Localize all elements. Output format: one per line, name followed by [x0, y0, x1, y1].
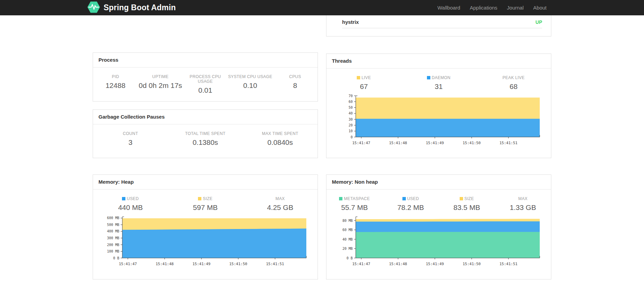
svg-text:40 MB: 40 MB [342, 238, 353, 241]
gc-card-header: Garbage Collection Pauses [93, 110, 318, 124]
gc-stats: COUNT 3 TOTAL TIME SPENT 0.1380s MAX TIM… [93, 124, 318, 147]
svg-text:15:41:49: 15:41:49 [193, 262, 211, 266]
stat-process-cpu-usage: PROCESS CPU USAGE 0.01 [183, 74, 228, 94]
process-stats: PID 12488 UPTIME 0d 0h 2m 17s PROCESS CP… [93, 67, 318, 94]
threads-stats: LIVE 67 DAEMON 31 PEAK LIVE 68 [326, 69, 551, 91]
stat-uptime: UPTIME 0d 0h 2m 17s [138, 74, 183, 94]
heap-chart: 0 B100 MB200 MB300 MB400 MB500 MB600 MB1… [101, 215, 311, 267]
threads-card-header: Threads [326, 54, 551, 69]
svg-text:60: 60 [349, 100, 353, 104]
nav-links: Wallboard Applications Journal About [433, 0, 551, 15]
svg-text:80 MB: 80 MB [342, 219, 353, 223]
svg-text:15:41:49: 15:41:49 [426, 141, 444, 145]
svg-text:0: 0 [351, 135, 353, 139]
heap-stats: USED 440 MB SIZE 597 MB MAX 4.25 GB [93, 189, 318, 212]
svg-text:15:41:50: 15:41:50 [463, 262, 481, 266]
nonheap-used-legend-swatch [402, 197, 406, 200]
threads-daemon-legend-swatch [427, 76, 430, 79]
svg-text:40: 40 [349, 111, 353, 115]
svg-text:200 MB: 200 MB [107, 243, 119, 247]
left-column: Process PID 12488 UPTIME 0d 0h 2m 17s PR… [93, 15, 318, 279]
svg-text:15:41:51: 15:41:51 [500, 141, 518, 145]
heap-card-header: Memory: Heap [93, 175, 318, 189]
main-content: Process PID 12488 UPTIME 0d 0h 2m 17s PR… [93, 15, 551, 279]
threads-live-legend-swatch [357, 76, 360, 79]
svg-text:70: 70 [349, 94, 353, 98]
process-card-title: Process [98, 57, 118, 63]
brand-title: Spring Boot Admin [104, 3, 176, 12]
nonheap-card-header: Memory: Non heap [326, 175, 551, 189]
gc-pauses-card: Garbage Collection Pauses COUNT 3 TOTAL … [93, 109, 318, 158]
threads-card: Threads LIVE 67 DAEMON 31 PEAK LIVE 68 [326, 54, 551, 158]
svg-text:15:41:48: 15:41:48 [389, 141, 407, 145]
svg-text:15:41:47: 15:41:47 [119, 262, 137, 266]
memory-nonheap-card: Memory: Non heap METASPACE 55.7 MB USED … [326, 174, 551, 279]
heap-size-legend-swatch [198, 197, 201, 200]
threads-chart: 01020304050607015:41:4715:41:4815:41:491… [334, 94, 544, 146]
stat-nonheap-max: MAX 1.33 GB [495, 196, 551, 212]
nonheap-stats: METASPACE 55.7 MB USED 78.2 MB SIZE 83.5… [326, 189, 551, 212]
stat-pid: PID 12488 [93, 74, 138, 94]
svg-text:15:41:51: 15:41:51 [266, 262, 284, 266]
svg-text:15:41:49: 15:41:49 [426, 262, 444, 266]
stat-gc-count: COUNT 3 [93, 131, 168, 147]
svg-text:400 MB: 400 MB [107, 229, 119, 233]
svg-text:20 MB: 20 MB [342, 247, 353, 250]
nav-link-applications[interactable]: Applications [465, 0, 502, 15]
svg-text:15:41:51: 15:41:51 [500, 262, 518, 266]
svg-text:15:41:47: 15:41:47 [352, 262, 370, 266]
svg-text:15:41:48: 15:41:48 [389, 262, 407, 266]
nonheap-chart: 0 B20 MB40 MB60 MB80 MB15:41:4715:41:481… [334, 215, 544, 267]
stat-nonheap-used: USED 78.2 MB [383, 196, 439, 212]
svg-text:0 B: 0 B [113, 256, 119, 260]
svg-text:15:41:48: 15:41:48 [156, 262, 174, 266]
svg-text:60 MB: 60 MB [342, 228, 353, 232]
process-card: Process PID 12488 UPTIME 0d 0h 2m 17s PR… [93, 52, 318, 102]
navbar: Spring Boot Admin Wallboard Applications… [0, 0, 644, 15]
svg-text:100 MB: 100 MB [107, 249, 119, 253]
stat-threads-daemon: DAEMON 31 [401, 75, 476, 91]
application-name: hystrix [342, 19, 359, 25]
svg-text:600 MB: 600 MB [107, 216, 119, 220]
stat-heap-max: MAX 4.25 GB [243, 196, 318, 212]
svg-text:15:41:50: 15:41:50 [229, 262, 247, 266]
svg-text:300 MB: 300 MB [107, 236, 119, 240]
svg-text:0 B: 0 B [347, 256, 353, 260]
stat-nonheap-size: SIZE 83.5 MB [439, 196, 495, 212]
nonheap-size-legend-swatch [460, 197, 463, 200]
stat-heap-used: USED 440 MB [93, 196, 168, 212]
process-card-header: Process [93, 53, 318, 67]
nonheap-card-title: Memory: Non heap [332, 179, 378, 185]
stat-cpus: CPUS 8 [273, 74, 318, 94]
svg-text:50: 50 [349, 106, 353, 109]
svg-text:20: 20 [349, 123, 353, 127]
memory-heap-card: Memory: Heap USED 440 MB SIZE 597 MB MAX… [93, 174, 318, 279]
brand-link[interactable]: Spring Boot Admin [87, 0, 176, 15]
stat-threads-peak-live: PEAK LIVE 68 [476, 75, 551, 91]
right-column: hystrix UP Threads LIVE 67 DAEMON 31 [326, 15, 551, 279]
stat-system-cpu-usage: SYSTEM CPU USAGE 0.10 [228, 74, 273, 94]
nav-link-about[interactable]: About [528, 0, 551, 15]
heap-card-title: Memory: Heap [98, 179, 134, 185]
svg-text:500 MB: 500 MB [107, 223, 119, 227]
stat-nonheap-metaspace: METASPACE 55.7 MB [326, 196, 383, 212]
heap-used-legend-swatch [122, 197, 125, 200]
stat-threads-live: LIVE 67 [326, 75, 401, 91]
nav-link-wallboard[interactable]: Wallboard [433, 0, 465, 15]
svg-text:15:41:47: 15:41:47 [352, 141, 370, 145]
svg-text:30: 30 [349, 118, 353, 121]
nonheap-metaspace-legend-swatch [339, 197, 342, 200]
stat-gc-max-time: MAX TIME SPENT 0.0840s [243, 131, 318, 147]
svg-text:15:41:50: 15:41:50 [463, 141, 481, 145]
application-status-badge: UP [536, 19, 542, 25]
stat-heap-size: SIZE 597 MB [168, 196, 243, 212]
application-status-card: hystrix UP [326, 15, 551, 36]
spring-boot-admin-logo-icon [87, 0, 101, 15]
application-row[interactable]: hystrix UP [342, 15, 542, 28]
nav-link-journal[interactable]: Journal [502, 0, 528, 15]
gc-card-title: Garbage Collection Pauses [98, 114, 165, 120]
stat-gc-total-time: TOTAL TIME SPENT 0.1380s [168, 131, 243, 147]
threads-card-title: Threads [332, 58, 352, 64]
svg-text:10: 10 [349, 129, 353, 133]
